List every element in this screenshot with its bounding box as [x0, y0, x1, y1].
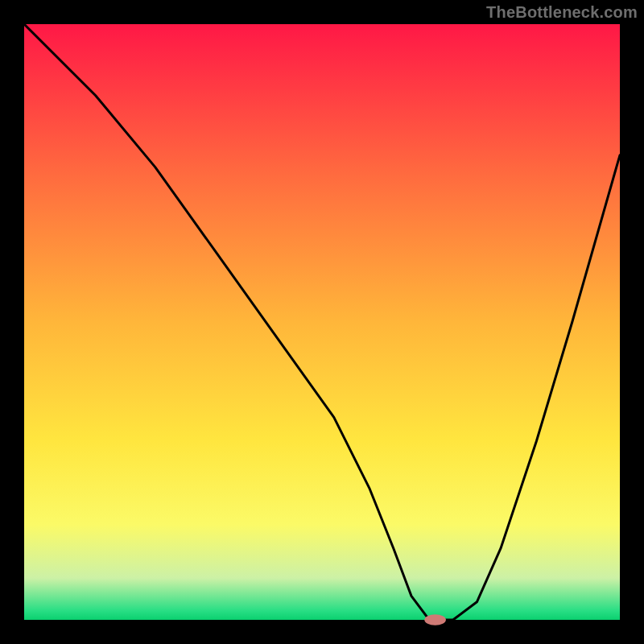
bottleneck-chart — [0, 0, 644, 644]
chart-stage: TheBottleneck.com — [0, 0, 644, 644]
optimal-point-marker — [424, 614, 446, 625]
watermark-text: TheBottleneck.com — [486, 3, 638, 22]
chart-gradient-background — [24, 24, 620, 620]
